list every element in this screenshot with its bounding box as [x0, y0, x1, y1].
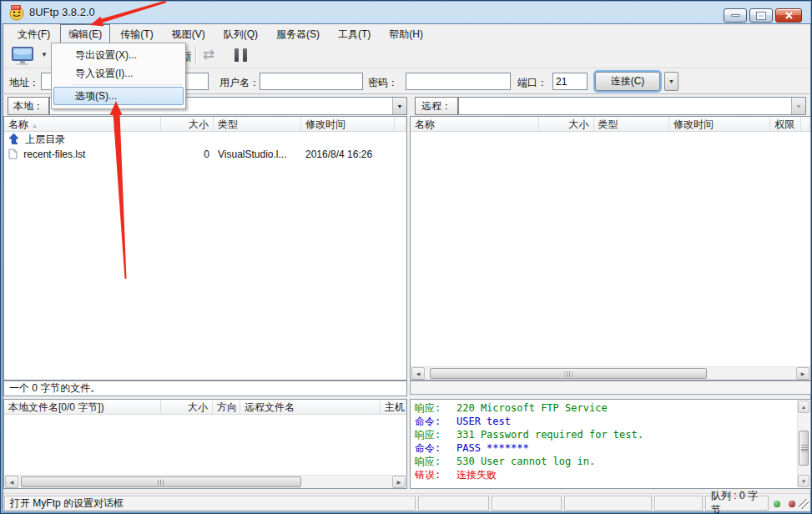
- remote-file-list: 名称 大小 类型 修改时间 权限 ◀ ▶: [410, 116, 811, 380]
- local-path-dropdown-icon[interactable]: ▼: [392, 98, 406, 114]
- connect-options-dropdown[interactable]: ▼: [664, 72, 678, 91]
- local-status-text: 一个 0 字节的文件。: [3, 380, 407, 396]
- statusbar-cell: [564, 496, 652, 511]
- file-icon: [8, 149, 18, 159]
- menu-tools[interactable]: 工具(T): [330, 24, 379, 45]
- remote-path-combobox[interactable]: ▼: [458, 97, 806, 115]
- tab-remote[interactable]: 远程：: [415, 97, 458, 115]
- menu-queue[interactable]: 队列(Q): [215, 24, 266, 45]
- statusbar-message: 打开 MyFtp 的设置对话框: [4, 496, 416, 511]
- status-red-indicator: [789, 501, 795, 507]
- app-window: FTP 8UFtp 3.8.2.0 文件(F) 编辑(E) 传输(T) 视图(V…: [0, 0, 812, 514]
- queue-horizontal-scrollbar[interactable]: ◀ ▶: [4, 475, 406, 488]
- scroll-thumb[interactable]: [21, 476, 301, 487]
- port-label: 端口：: [517, 76, 547, 90]
- column-permissions[interactable]: 权限: [770, 117, 801, 131]
- remote-horizontal-scrollbar[interactable]: ◀ ▶: [411, 366, 810, 380]
- transfer-icon[interactable]: ⇄: [203, 46, 214, 63]
- connect-computer-icon[interactable]: [9, 46, 38, 66]
- title-bar[interactable]: FTP 8UFtp 3.8.2.0: [1, 1, 811, 24]
- column-type[interactable]: 类型: [214, 117, 301, 131]
- statusbar-cell: [418, 496, 489, 511]
- status-bar: 打开 MyFtp 的设置对话框 队列 : 0 字节: [3, 493, 810, 511]
- remote-list-header: 名称 大小 类型 修改时间 权限: [411, 117, 810, 132]
- log-line: 响应:220 Microsoft FTP Service: [411, 401, 810, 415]
- log-line: 命令:PASS *******: [411, 441, 810, 455]
- app-icon: FTP: [8, 4, 25, 21]
- statusbar-cell: [492, 496, 562, 511]
- local-row-updir[interactable]: 上层目录: [4, 132, 406, 147]
- menu-server[interactable]: 服务器(S): [268, 24, 328, 45]
- column-direction[interactable]: 方向: [213, 400, 240, 414]
- maximize-button[interactable]: [749, 8, 773, 23]
- app-body: 文件(F) 编辑(E) 传输(T) 视图(V) 队列(Q) 服务器(S) 工具(…: [3, 24, 810, 511]
- scroll-thumb[interactable]: [430, 368, 707, 379]
- close-button[interactable]: [775, 8, 802, 23]
- port-input[interactable]: [552, 73, 588, 90]
- queue-header: 本地文件名[0/0 字节]) 大小 方向 远程文件名 主机: [4, 400, 406, 415]
- minimize-icon: [731, 14, 740, 17]
- menu-item-options[interactable]: 选项(S)...: [53, 87, 184, 105]
- column-modified[interactable]: 修改时间: [669, 117, 770, 131]
- column-modified[interactable]: 修改时间: [301, 117, 395, 131]
- resize-grip[interactable]: [799, 499, 809, 509]
- close-icon: [784, 12, 794, 19]
- scroll-up-icon[interactable]: ▲: [798, 401, 809, 413]
- tab-local[interactable]: 本地：: [8, 97, 49, 115]
- ftp-log-pane[interactable]: 响应:220 Microsoft FTP Service 命令:USER tes…: [410, 399, 811, 489]
- connect-dropdown-caret[interactable]: ▼: [41, 51, 48, 58]
- local-row-file[interactable]: recent-files.lst 0 VisualStudio.l... 201…: [4, 147, 406, 162]
- pause-icon[interactable]: [235, 48, 247, 62]
- menu-separator: [73, 84, 182, 85]
- menu-transfer[interactable]: 传输(T): [112, 24, 161, 45]
- column-host[interactable]: 主机: [381, 400, 406, 414]
- log-line: 响应:331 Password required for test.: [411, 428, 810, 441]
- menu-item-export-settings[interactable]: 导出设置(X)...: [53, 46, 184, 64]
- scroll-thumb[interactable]: [799, 431, 809, 466]
- chevron-down-icon: ▼: [668, 78, 674, 84]
- log-vertical-scrollbar[interactable]: ▲ ▼: [797, 401, 809, 487]
- username-input[interactable]: [260, 73, 363, 90]
- statusbar-queue: 队列 : 0 字节: [705, 496, 769, 511]
- remote-path-value: [459, 98, 791, 114]
- minimize-button[interactable]: [724, 8, 747, 23]
- username-label: 用户名：: [219, 76, 260, 90]
- menu-view[interactable]: 视图(V): [164, 24, 214, 45]
- up-directory-icon: [8, 134, 19, 144]
- scroll-down-icon[interactable]: ▼: [798, 475, 809, 487]
- column-size[interactable]: 大小: [539, 117, 594, 131]
- menu-item-import-settings[interactable]: 导入设置(I)...: [53, 64, 184, 83]
- toolbar-separator: [195, 47, 196, 64]
- remote-path-dropdown-icon[interactable]: ▼: [791, 98, 805, 114]
- column-queue-size[interactable]: 大小: [161, 400, 213, 414]
- window-title: 8UFtp 3.8.2.0: [29, 6, 95, 18]
- local-file-list: 名称▲ 大小 类型 修改时间 上层目录 recent-files.lst: [3, 116, 407, 380]
- menu-file[interactable]: 文件(F): [9, 24, 58, 45]
- edit-menu-popup: 导出设置(X)... 导入设置(I)... 选项(S)...: [51, 43, 186, 109]
- statusbar-cell: [654, 496, 703, 511]
- svg-text:FTP: FTP: [12, 5, 20, 10]
- column-name[interactable]: 名称▲: [4, 117, 161, 131]
- column-remote-filename[interactable]: 远程文件名: [240, 400, 381, 414]
- transfer-queue-pane: 本地文件名[0/0 字节]) 大小 方向 远程文件名 主机 ◀ ▶: [3, 399, 407, 489]
- scroll-left-icon[interactable]: ◀: [5, 476, 18, 488]
- remote-status-strip: [410, 380, 811, 395]
- scroll-left-icon[interactable]: ◀: [411, 367, 425, 380]
- address-label: 地址：: [9, 76, 39, 90]
- column-local-filename[interactable]: 本地文件名[0/0 字节]): [4, 400, 161, 414]
- column-name[interactable]: 名称: [411, 117, 539, 131]
- connect-button[interactable]: 连接(C): [595, 72, 660, 91]
- column-type[interactable]: 类型: [594, 117, 669, 131]
- password-label: 密码：: [368, 76, 398, 90]
- local-list-header: 名称▲ 大小 类型 修改时间: [4, 117, 406, 132]
- menu-bar: 文件(F) 编辑(E) 传输(T) 视图(V) 队列(Q) 服务器(S) 工具(…: [4, 25, 809, 43]
- menu-edit[interactable]: 编辑(E): [60, 24, 110, 45]
- menu-help[interactable]: 帮助(H): [381, 24, 431, 45]
- password-input[interactable]: [406, 73, 511, 90]
- column-size[interactable]: 大小: [161, 117, 214, 131]
- sort-asc-icon: ▲: [32, 123, 38, 128]
- scroll-right-icon[interactable]: ▶: [796, 367, 809, 380]
- log-line: 命令:USER test: [411, 415, 810, 428]
- scroll-right-icon[interactable]: ▶: [392, 476, 406, 488]
- status-green-indicator: [774, 501, 780, 507]
